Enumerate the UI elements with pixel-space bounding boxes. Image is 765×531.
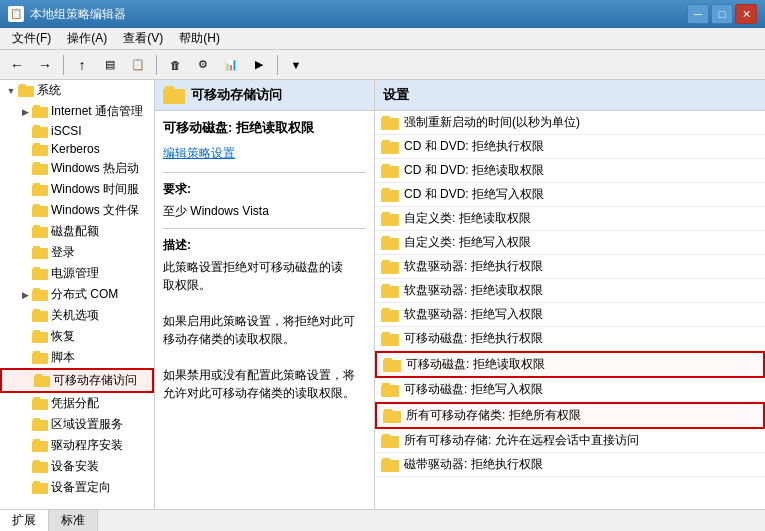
settings-text-11: 可移动磁盘: 拒绝写入权限 xyxy=(404,381,543,398)
sidebar-item-windows-boot[interactable]: ▶ Windows 热启动 xyxy=(0,158,154,179)
chart-button[interactable]: 📊 xyxy=(218,53,244,77)
up-button[interactable]: ↑ xyxy=(69,53,95,77)
sidebar-item-windows-file[interactable]: ▶ Windows 文件保 xyxy=(0,200,154,221)
sidebar-item-shutdown[interactable]: ▶ 关机选项 xyxy=(0,305,154,326)
sidebar-label-system: 系统 xyxy=(37,82,61,99)
back-button[interactable]: ← xyxy=(4,53,30,77)
forward-button[interactable]: → xyxy=(32,53,58,77)
settings-item-10[interactable]: 可移动磁盘: 拒绝读取权限 xyxy=(375,351,765,378)
tab-expand[interactable]: 扩展 xyxy=(0,510,49,531)
folder-icon-device xyxy=(32,460,48,473)
maximize-button[interactable]: □ xyxy=(711,4,733,24)
menu-view[interactable]: 查看(V) xyxy=(115,28,171,49)
sidebar-item-device-customize[interactable]: ▶ 设备置定向 xyxy=(0,477,154,498)
settings-text-2: CD 和 DVD: 拒绝读取权限 xyxy=(404,162,544,179)
minimize-button[interactable]: ─ xyxy=(687,4,709,24)
sidebar-item-login[interactable]: ▶ 登录 xyxy=(0,242,154,263)
sidebar-label-driver: 驱动程序安装 xyxy=(51,437,123,454)
middle-panel: 可移动存储访问 可移动磁盘: 拒绝读取权限 编辑策略设置 要求: 至少 Wind… xyxy=(155,80,375,509)
toolbar: ← → ↑ ▤ 📋 🗑 ⚙ 📊 ▶ ▼ xyxy=(0,50,765,80)
sidebar-item-kerberos[interactable]: ▶ Kerberos xyxy=(0,140,154,158)
expand-icon-internet: ▶ xyxy=(18,105,32,119)
toolbar-separator-3 xyxy=(277,55,278,75)
sidebar-item-quota[interactable]: ▶ 凭据分配 xyxy=(0,393,154,414)
sidebar-label-power: 电源管理 xyxy=(51,265,99,282)
sidebar-label-shutdown: 关机选项 xyxy=(51,307,99,324)
middle-content: 可移动磁盘: 拒绝读取权限 编辑策略设置 要求: 至少 Windows Vist… xyxy=(155,111,374,410)
settings-text-8: 软盘驱动器: 拒绝写入权限 xyxy=(404,306,543,323)
sidebar-item-distributed[interactable]: ▶ 分布式 COM xyxy=(0,284,154,305)
policy-link[interactable]: 编辑策略设置 xyxy=(163,145,366,162)
window-title: 本地组策略编辑器 xyxy=(30,6,687,23)
settings-icon-0 xyxy=(381,116,399,130)
settings-list: 强制重新启动的时间(以秒为单位) CD 和 DVD: 拒绝执行权限 CD 和 D… xyxy=(375,111,765,477)
sidebar-item-power[interactable]: ▶ 电源管理 xyxy=(0,263,154,284)
settings-icon-7 xyxy=(381,284,399,298)
settings-item-12[interactable]: 所有可移动存储类: 拒绝所有权限 xyxy=(375,402,765,429)
sidebar-item-disk[interactable]: ▶ 磁盘配额 xyxy=(0,221,154,242)
expand-icon-distributed: ▶ xyxy=(18,288,32,302)
sidebar-item-scripts[interactable]: ▶ 脚本 xyxy=(0,347,154,368)
settings-item-3[interactable]: CD 和 DVD: 拒绝写入权限 xyxy=(375,183,765,207)
sidebar-item-iscsi[interactable]: ▶ iSCSI xyxy=(0,122,154,140)
properties-button[interactable]: 🗑 xyxy=(162,53,188,77)
sidebar-item-removable[interactable]: ▶ 可移动存储访问 xyxy=(0,368,154,393)
settings-button[interactable]: ⚙ xyxy=(190,53,216,77)
sidebar-label-recovery: 恢复 xyxy=(51,328,75,345)
sidebar-item-internet[interactable]: ▶ Internet 通信管理 xyxy=(0,101,154,122)
settings-item-1[interactable]: CD 和 DVD: 拒绝执行权限 xyxy=(375,135,765,159)
description-label: 描述: xyxy=(163,237,366,254)
sidebar-item-recovery[interactable]: ▶ 恢复 xyxy=(0,326,154,347)
menu-file[interactable]: 文件(F) xyxy=(4,28,59,49)
sidebar-label-removable: 可移动存储访问 xyxy=(53,372,137,389)
folder-icon-shutdown xyxy=(32,309,48,322)
folder-icon-login xyxy=(32,246,48,259)
copy-button[interactable]: 📋 xyxy=(125,53,151,77)
title-bar-buttons: ─ □ ✕ xyxy=(687,4,757,24)
sidebar-item-device[interactable]: ▶ 设备安装 xyxy=(0,456,154,477)
settings-text-0: 强制重新启动的时间(以秒为单位) xyxy=(404,114,580,131)
close-button[interactable]: ✕ xyxy=(735,4,757,24)
sidebar-item-windows-time[interactable]: ▶ Windows 时间服 xyxy=(0,179,154,200)
settings-text-14: 磁带驱动器: 拒绝执行权限 xyxy=(404,456,543,473)
settings-item-0[interactable]: 强制重新启动的时间(以秒为单位) xyxy=(375,111,765,135)
settings-text-9: 可移动磁盘: 拒绝执行权限 xyxy=(404,330,543,347)
folder-icon-iscsi xyxy=(32,125,48,138)
description-text: 此策略设置拒绝对可移动磁盘的读取权限。如果启用此策略设置，将拒绝对此可移动存储类… xyxy=(163,258,366,402)
settings-item-8[interactable]: 软盘驱动器: 拒绝写入权限 xyxy=(375,303,765,327)
run-button[interactable]: ▶ xyxy=(246,53,272,77)
sidebar-item-locale[interactable]: ▶ 区域设置服务 xyxy=(0,414,154,435)
settings-item-2[interactable]: CD 和 DVD: 拒绝读取权限 xyxy=(375,159,765,183)
settings-item-5[interactable]: 自定义类: 拒绝写入权限 xyxy=(375,231,765,255)
folder-icon-windows-boot xyxy=(32,162,48,175)
settings-item-9[interactable]: 可移动磁盘: 拒绝执行权限 xyxy=(375,327,765,351)
settings-text-13: 所有可移动存储: 允许在远程会话中直接访问 xyxy=(404,432,639,449)
settings-icon-13 xyxy=(381,434,399,448)
require-label: 要求: xyxy=(163,181,366,198)
sidebar-item-system[interactable]: ▼ 系统 xyxy=(0,80,154,101)
sidebar-label-scripts: 脚本 xyxy=(51,349,75,366)
sidebar-label-locale: 区域设置服务 xyxy=(51,416,123,433)
folder-icon-system xyxy=(18,84,34,97)
main-area: ▼ 系统 ▶ Internet 通信管理 ▶ iSCSI ▶ Kerberos … xyxy=(0,80,765,509)
window-icon: 📋 xyxy=(8,6,24,22)
settings-item-6[interactable]: 软盘驱动器: 拒绝执行权限 xyxy=(375,255,765,279)
divider-1 xyxy=(163,172,366,173)
settings-icon-6 xyxy=(381,260,399,274)
middle-header-icon xyxy=(163,86,185,104)
settings-item-14[interactable]: 磁带驱动器: 拒绝执行权限 xyxy=(375,453,765,477)
settings-item-13[interactable]: 所有可移动存储: 允许在远程会话中直接访问 xyxy=(375,429,765,453)
show-hide-button[interactable]: ▤ xyxy=(97,53,123,77)
sidebar-item-driver[interactable]: ▶ 驱动程序安装 xyxy=(0,435,154,456)
menu-action[interactable]: 操作(A) xyxy=(59,28,115,49)
settings-icon-1 xyxy=(381,140,399,154)
filter-button[interactable]: ▼ xyxy=(283,53,309,77)
tab-standard[interactable]: 标准 xyxy=(49,510,98,531)
settings-text-3: CD 和 DVD: 拒绝写入权限 xyxy=(404,186,544,203)
menu-help[interactable]: 帮助(H) xyxy=(171,28,228,49)
settings-item-7[interactable]: 软盘驱动器: 拒绝读取权限 xyxy=(375,279,765,303)
folder-icon-internet xyxy=(32,105,48,118)
settings-item-4[interactable]: 自定义类: 拒绝读取权限 xyxy=(375,207,765,231)
folder-icon-power xyxy=(32,267,48,280)
settings-item-11[interactable]: 可移动磁盘: 拒绝写入权限 xyxy=(375,378,765,402)
